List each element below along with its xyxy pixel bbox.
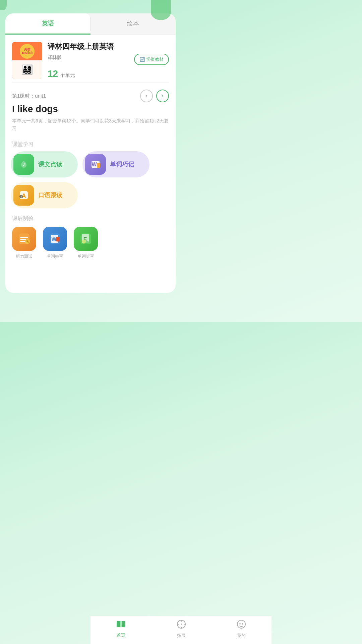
reading-icon: ♪: [13, 154, 34, 175]
word-read-label: 单词听写: [78, 254, 94, 259]
cover-badge: 英语 English: [20, 44, 35, 59]
svg-text:W: W: [92, 162, 97, 167]
svg-text:W: W: [51, 236, 57, 242]
test-word-read[interactable]: E 单词听写: [74, 227, 98, 259]
vocabulary-label: 单词巧记: [110, 160, 134, 168]
activity-vocabulary-button[interactable]: W 单词巧记: [82, 151, 149, 177]
oral-icon: A: [13, 185, 34, 206]
word-read-icon: E: [74, 227, 98, 251]
svg-rect-3: [97, 163, 100, 168]
tab-english[interactable]: 英语: [5, 13, 90, 35]
vocabulary-icon: W: [85, 154, 106, 175]
test-listening[interactable]: ✎ 听力测试: [12, 227, 36, 259]
lesson-section: 第1课时：unit1 ‹ › I like dogs 本单元一共6页，配套单词1…: [5, 83, 176, 136]
classroom-section-title: 课堂学习: [5, 136, 176, 151]
listening-icon: ✎: [12, 227, 36, 251]
textbook-units: 12 个单元: [48, 68, 169, 79]
afterclass-section: 课后测验 ✎ 听力测试: [5, 212, 176, 286]
units-count: 12: [48, 68, 58, 79]
textbook-details: 译林四年级上册英语 译林版 🔄 切换教材 12 个单元: [48, 42, 169, 79]
cover-top: 英语 English: [12, 42, 42, 60]
activity-reading-button[interactable]: ♪ 课文点读: [11, 151, 78, 177]
textbook-cover: 英语 English 👨‍👩‍👧‍👦: [12, 42, 42, 79]
refresh-icon: 🔄: [139, 57, 145, 62]
textbook-title: 译林四年级上册英语: [48, 42, 169, 52]
lesson-nav-buttons: ‹ ›: [140, 90, 169, 102]
word-spell-label: 单词拼写: [47, 254, 63, 259]
svg-rect-17: [56, 237, 60, 241]
lesson-label: 第1课时：unit1: [12, 93, 46, 99]
switch-label: 切换教材: [146, 56, 164, 62]
cover-text-en: English: [22, 51, 33, 55]
decorative-leaf-right: [151, 0, 171, 20]
tab-bar: 英语 绘本: [5, 13, 176, 35]
svg-rect-10: [20, 239, 26, 240]
svg-rect-9: [20, 237, 28, 238]
test-icons-row: ✎ 听力测试 W 单词拼写: [12, 227, 169, 259]
lesson-description: 本单元一共6页，配套单词13个。同学们可以花3天来学习，并预留1到2天复习: [12, 117, 169, 132]
textbook-info: 英语 English 👨‍👩‍👧‍👦 译林四年级上册英语 译林版 🔄 切换教材 …: [5, 35, 176, 83]
lesson-title: I like dogs: [12, 104, 169, 114]
svg-rect-7: [21, 196, 21, 198]
activity-oral-button[interactable]: A 口语跟读: [11, 182, 78, 208]
cover-bottom: 👨‍👩‍👧‍👦: [12, 60, 42, 79]
svg-point-22: [82, 239, 86, 244]
main-card: 英语 绘本 英语 English 👨‍👩‍👧‍👦 译林四年级上册英语 译林版: [5, 13, 176, 293]
svg-text:✎: ✎: [26, 240, 29, 244]
svg-text:♪: ♪: [22, 160, 25, 168]
test-word-spell[interactable]: W 单词拼写: [43, 227, 67, 259]
next-lesson-button[interactable]: ›: [156, 90, 169, 102]
oral-label: 口语跟读: [38, 191, 62, 199]
switch-textbook-button[interactable]: 🔄 切换教材: [134, 54, 169, 65]
reading-label: 课文点读: [38, 160, 62, 168]
decorative-leaf-left: [0, 0, 7, 10]
word-spell-icon: W: [43, 227, 67, 251]
units-label: 个单元: [60, 72, 75, 78]
textbook-publisher: 译林版: [48, 55, 62, 61]
listening-label: 听力测试: [16, 254, 32, 259]
cover-illustration: 👨‍👩‍👧‍👦: [21, 64, 33, 75]
activity-grid: ♪ 课文点读 W 单词巧记 A: [5, 151, 176, 212]
afterclass-title: 课后测验: [12, 215, 169, 222]
lesson-nav: 第1课时：unit1 ‹ ›: [12, 90, 169, 102]
prev-lesson-button[interactable]: ‹: [140, 90, 153, 102]
